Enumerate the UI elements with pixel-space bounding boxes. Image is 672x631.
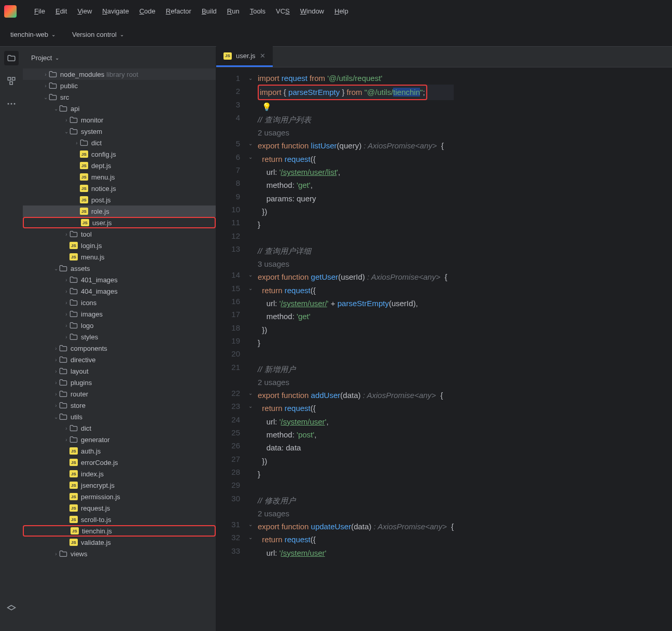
tree-request-js[interactable]: JSrequest.js bbox=[23, 502, 216, 514]
tree-label: validate.js bbox=[81, 539, 111, 546]
menu-tools[interactable]: Tools bbox=[245, 5, 271, 17]
tree-menu-js[interactable]: JSmenu.js bbox=[23, 171, 216, 183]
tree-label: post.js bbox=[91, 196, 111, 204]
tree-assets[interactable]: ⌄assets bbox=[23, 263, 216, 274]
menu-view[interactable]: View bbox=[72, 5, 97, 17]
folder-icon bbox=[59, 379, 67, 386]
tree-notice-js[interactable]: JSnotice.js bbox=[23, 183, 216, 194]
menu-refactor[interactable]: Refactor bbox=[161, 5, 197, 17]
js-icon: JS bbox=[69, 482, 78, 489]
js-icon: JS bbox=[69, 459, 78, 466]
tree-router[interactable]: ›router bbox=[23, 388, 216, 400]
js-icon: JS bbox=[69, 504, 78, 512]
js-icon: JS bbox=[69, 470, 78, 477]
tree-errorCode-js[interactable]: JSerrorCode.js bbox=[23, 457, 216, 468]
folder-icon bbox=[59, 413, 67, 420]
close-icon[interactable]: ✕ bbox=[260, 52, 265, 60]
tree-user-js[interactable]: JSuser.js bbox=[23, 217, 216, 228]
tree-label: errorCode.js bbox=[81, 459, 118, 467]
menu-help[interactable]: Help bbox=[329, 5, 354, 17]
project-name: tienchin-web bbox=[10, 31, 48, 38]
tree-role-js[interactable]: JSrole.js bbox=[23, 205, 216, 217]
project-tool-icon[interactable] bbox=[4, 51, 19, 65]
tree-api[interactable]: ⌄api bbox=[23, 103, 216, 114]
tree-label: config.js bbox=[91, 150, 116, 158]
js-icon: JS bbox=[69, 516, 78, 523]
chevron-down-icon: ⌄ bbox=[55, 55, 59, 61]
tree-config-js[interactable]: JSconfig.js bbox=[23, 148, 216, 160]
folder-icon bbox=[59, 356, 67, 363]
menu-code[interactable]: Code bbox=[134, 5, 161, 17]
js-icon: JS bbox=[80, 196, 88, 203]
svg-point-4 bbox=[11, 103, 12, 105]
source-code[interactable]: import request from '@/utils/request'imp… bbox=[256, 67, 458, 631]
tree-store[interactable]: ›store bbox=[23, 400, 216, 411]
more-tool-icon[interactable] bbox=[4, 97, 19, 111]
tree-dict[interactable]: ›dict bbox=[23, 422, 216, 434]
tree-generator[interactable]: ›generator bbox=[23, 434, 216, 445]
tree-components[interactable]: ›components bbox=[23, 342, 216, 354]
menu-navigate[interactable]: Navigate bbox=[97, 5, 134, 17]
sidebar-header[interactable]: Project ⌄ bbox=[23, 47, 216, 68]
structure-tool-icon[interactable] bbox=[4, 74, 19, 88]
tree-directive[interactable]: ›directive bbox=[23, 354, 216, 365]
menu-run[interactable]: Run bbox=[222, 5, 245, 17]
folder-icon bbox=[69, 276, 78, 283]
menu-file[interactable]: File bbox=[29, 5, 50, 17]
js-icon: JS bbox=[81, 219, 89, 226]
tree-login-js[interactable]: JSlogin.js bbox=[23, 240, 216, 251]
menu-vcs[interactable]: VCS bbox=[271, 5, 295, 17]
fold-column[interactable]: ⌄ ⌄⌄ ⌄⌄ ⌄⌄ ⌄⌄ bbox=[245, 67, 256, 631]
version-control-dropdown[interactable]: Version control ⌄ bbox=[72, 31, 124, 38]
tree-label: src bbox=[60, 93, 69, 101]
tree-dept-js[interactable]: JSdept.js bbox=[23, 160, 216, 171]
menu-build[interactable]: Build bbox=[197, 5, 222, 17]
menu-edit[interactable]: Edit bbox=[50, 5, 72, 17]
tree-plugins[interactable]: ›plugins bbox=[23, 377, 216, 388]
tree-label: request.js bbox=[81, 504, 110, 512]
tree-jsencrypt-js[interactable]: JSjsencrypt.js bbox=[23, 479, 216, 491]
tree-public[interactable]: ›public bbox=[23, 80, 216, 91]
tree-tienchin-js[interactable]: JStienchin.js bbox=[23, 525, 216, 537]
tool-window-bar bbox=[0, 47, 23, 631]
tree-logo[interactable]: ›logo bbox=[23, 320, 216, 331]
tree-styles[interactable]: ›styles bbox=[23, 331, 216, 342]
tree-validate-js[interactable]: JSvalidate.js bbox=[23, 537, 216, 548]
tree-layout[interactable]: ›layout bbox=[23, 365, 216, 377]
services-tool-icon[interactable] bbox=[4, 602, 19, 616]
tree-dict[interactable]: ›dict bbox=[23, 137, 216, 148]
tree-scroll-to-js[interactable]: JSscroll-to.js bbox=[23, 514, 216, 525]
tree-index-js[interactable]: JSindex.js bbox=[23, 468, 216, 479]
project-tree[interactable]: ›node_moduleslibrary root›public⌄src⌄api… bbox=[23, 68, 216, 631]
tree-utils[interactable]: ⌄utils bbox=[23, 411, 216, 422]
tab-user-js[interactable]: JS user.js ✕ bbox=[216, 46, 273, 67]
tree-system[interactable]: ⌄system bbox=[23, 126, 216, 137]
tree-note: library root bbox=[106, 71, 138, 78]
code-area[interactable]: 1234 5678910111213 1415161718192021 2223… bbox=[216, 67, 672, 631]
js-icon: JS bbox=[69, 493, 78, 500]
tree-icons[interactable]: ›icons bbox=[23, 297, 216, 308]
tree-label: directive bbox=[71, 356, 95, 364]
menu-window[interactable]: Window bbox=[295, 5, 329, 17]
tree-label: store bbox=[71, 402, 86, 409]
folder-icon bbox=[69, 424, 78, 432]
tree-post-js[interactable]: JSpost.js bbox=[23, 194, 216, 205]
sidebar-title: Project bbox=[31, 54, 52, 62]
tree-label: dict bbox=[91, 139, 102, 147]
tree-menu-js[interactable]: JSmenu.js bbox=[23, 251, 216, 263]
tree-monitor[interactable]: ›monitor bbox=[23, 114, 216, 126]
tree-auth-js[interactable]: JSauth.js bbox=[23, 445, 216, 457]
folder-icon bbox=[49, 93, 57, 101]
project-dropdown[interactable]: tienchin-web ⌄ bbox=[10, 31, 55, 38]
tree-src[interactable]: ⌄src bbox=[23, 91, 216, 103]
tree-permission-js[interactable]: JSpermission.js bbox=[23, 491, 216, 502]
tree-node_modules[interactable]: ›node_moduleslibrary root bbox=[23, 68, 216, 80]
tree-404_images[interactable]: ›404_images bbox=[23, 285, 216, 297]
tree-label: logo bbox=[81, 322, 94, 330]
tree-images[interactable]: ›images bbox=[23, 308, 216, 320]
folder-icon bbox=[59, 367, 67, 375]
tree-401_images[interactable]: ›401_images bbox=[23, 274, 216, 285]
tree-views[interactable]: ›views bbox=[23, 548, 216, 559]
tree-label: styles bbox=[81, 333, 98, 341]
tree-tool[interactable]: ›tool bbox=[23, 228, 216, 240]
